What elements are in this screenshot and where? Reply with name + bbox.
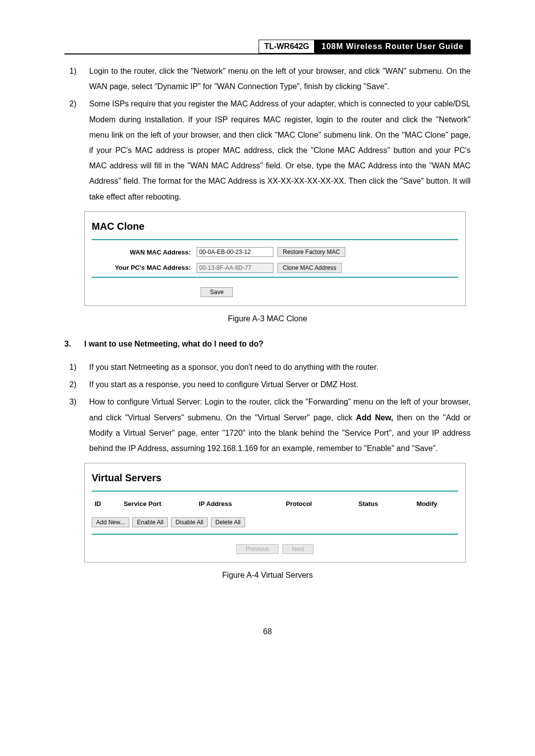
header-title: 108M Wireless Router User Guide	[315, 40, 471, 53]
step-number: 2)	[64, 377, 89, 392]
add-new-bold: Add New,	[356, 413, 393, 422]
clone-mac-address-button[interactable]: Clone MAC Address	[277, 263, 342, 273]
step-text: Login to the router, click the "Network"…	[89, 63, 471, 94]
pc-mac-label: Your PC's MAC Address:	[92, 261, 197, 274]
col-status: Status	[359, 498, 417, 510]
col-modify: Modify	[417, 498, 455, 510]
virtual-servers-figure: Virtual Servers ID Service Port IP Addre…	[84, 463, 466, 562]
section-number: 3.	[64, 336, 84, 352]
wan-mac-input[interactable]	[197, 247, 273, 257]
step-item: 2) Some ISPs require that you register t…	[64, 96, 471, 204]
divider	[92, 534, 458, 535]
step-number: 3)	[64, 394, 89, 456]
divider	[92, 277, 458, 278]
save-button[interactable]: Save	[201, 287, 233, 297]
page-number: 68	[64, 627, 471, 636]
step-item: 3) How to configure Virtual Server: Logi…	[64, 394, 471, 456]
divider	[92, 239, 458, 240]
divider	[92, 491, 458, 492]
section-3-heading: 3. I want to use Netmeeting, what do I n…	[64, 336, 471, 352]
col-service-port: Service Port	[124, 498, 199, 510]
mac-clone-title: MAC Clone	[92, 217, 458, 236]
col-protocol: Protocol	[286, 498, 359, 510]
wan-mac-label: WAN MAC Address:	[92, 246, 197, 258]
step-text: How to configure Virtual Server: Login t…	[89, 394, 471, 456]
step-item: 2) If you start as a response, you need …	[64, 377, 471, 392]
figure-a4-caption: Figure A-4 Virtual Servers	[64, 567, 471, 583]
vs-table-header: ID Service Port IP Address Protocol Stat…	[92, 498, 458, 510]
disable-all-button[interactable]: Disable All	[171, 517, 208, 527]
figure-a3-caption: Figure A-3 MAC Clone	[64, 311, 471, 326]
header-model: TL-WR642G	[259, 40, 315, 53]
step-number: 2)	[64, 96, 89, 204]
step-item: 1) Login to the router, click the "Netwo…	[64, 63, 471, 94]
step-number: 1)	[64, 63, 89, 94]
previous-button: Previous	[236, 544, 278, 554]
pc-mac-input	[197, 263, 273, 273]
step-item: 1) If you start Netmeeting as a sponsor,…	[64, 359, 471, 375]
step-text: Some ISPs require that you register the …	[89, 96, 471, 204]
enable-all-button[interactable]: Enable All	[132, 517, 167, 527]
step-number: 1)	[64, 359, 89, 375]
step-text: If you start Netmeeting as a sponsor, yo…	[89, 359, 471, 375]
col-ip-address: IP Address	[199, 498, 286, 510]
mac-clone-figure: MAC Clone WAN MAC Address: Restore Facto…	[84, 211, 466, 306]
restore-factory-mac-button[interactable]: Restore Factory MAC	[277, 247, 345, 257]
step-text: If you start as a response, you need to …	[89, 377, 471, 392]
virtual-servers-title: Virtual Servers	[92, 468, 458, 488]
delete-all-button[interactable]: Delete All	[211, 517, 245, 527]
section-title: I want to use Netmeeting, what do I need…	[84, 336, 264, 352]
add-new-button[interactable]: Add New...	[92, 517, 129, 527]
next-button: Next	[282, 544, 314, 554]
page-header: TL-WR642G 108M Wireless Router User Guid…	[64, 40, 471, 54]
col-id: ID	[95, 498, 124, 510]
